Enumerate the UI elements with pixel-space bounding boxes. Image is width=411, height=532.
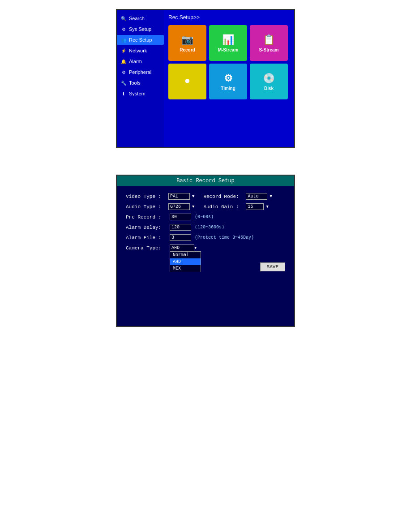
tile-icon-timing: ⚙ — [224, 73, 233, 84]
video-type-label: Video Type : — [126, 194, 166, 199]
dialog-body: Video Type : ▼ Record Mode: ▼ Audio Type… — [117, 186, 294, 282]
sidebar-item-rec-setup[interactable]: 👥Rec Setup — [117, 35, 164, 45]
video-type-group: Video Type : ▼ — [126, 193, 194, 200]
pre-record-hint: (0~60s) — [195, 215, 214, 219]
audio-type-input[interactable] — [168, 203, 190, 210]
rec-setup-icon: 👥 — [120, 38, 127, 43]
audio-gain-group: Audio Gain : ▼ — [203, 203, 268, 210]
row-audio: Audio Type : ▼ Audio Gain : ▼ — [126, 203, 285, 210]
tile-mstream[interactable]: 📊M-Stream — [209, 25, 247, 61]
alarm-file-input[interactable] — [170, 234, 191, 241]
tile-record[interactable]: 📷Record — [168, 25, 206, 61]
alarm-delay-hint: (120~3600s) — [195, 225, 224, 230]
sidebar-label-sys-setup: Sys Setup — [129, 26, 151, 32]
dialog-title: Basic Record Setup — [117, 176, 294, 186]
tile-extra[interactable]: ● — [168, 64, 206, 99]
camera-type-menu: Normal AHD MIX — [170, 251, 201, 272]
tile-sstream[interactable]: 📋S-Stream — [250, 25, 288, 61]
tile-label-record: Record — [180, 47, 195, 52]
audio-gain-input[interactable] — [246, 203, 264, 210]
record-mode-input[interactable] — [246, 193, 267, 200]
audio-type-group: Audio Type : ▼ — [126, 203, 194, 210]
row-video-record: Video Type : ▼ Record Mode: ▼ — [126, 193, 285, 200]
tools-icon: 🔧 — [120, 81, 127, 86]
alarm-file-label: Alarm File : — [126, 235, 166, 240]
tile-timing[interactable]: ⚙Timing — [209, 64, 247, 99]
option-normal[interactable]: Normal — [170, 252, 201, 258]
sidebar-label-alarm: Alarm — [129, 59, 142, 64]
row-pre-record: Pre Record : (0~60s) — [126, 214, 285, 220]
save-button[interactable]: SAVE — [260, 262, 285, 271]
sidebar-label-system: System — [129, 91, 146, 96]
sidebar: 🔍Search⚙Sys Setup👥Rec Setup⚡Network🔔Alar… — [117, 10, 164, 147]
sidebar-item-sys-setup[interactable]: ⚙Sys Setup — [117, 24, 164, 34]
sidebar-label-rec-setup: Rec Setup — [129, 37, 152, 43]
option-mix[interactable]: MIX — [170, 265, 201, 272]
top-screen: 🔍Search⚙Sys Setup👥Rec Setup⚡Network🔔Alar… — [116, 9, 295, 148]
sidebar-item-network[interactable]: ⚡Network — [117, 46, 164, 56]
audio-type-arrow[interactable]: ▼ — [192, 205, 194, 209]
tile-icon-sstream: 📋 — [263, 34, 275, 46]
sidebar-label-peripheral: Peripheral — [129, 69, 151, 75]
system-icon: ℹ — [120, 91, 127, 96]
alarm-icon: 🔔 — [120, 59, 127, 64]
page-container: 🔍Search⚙Sys Setup👥Rec Setup⚡Network🔔Alar… — [0, 0, 411, 336]
tile-label-sstream: S-Stream — [259, 47, 279, 52]
peripheral-icon: ⚙ — [120, 70, 127, 75]
sidebar-label-tools: Tools — [129, 80, 141, 86]
row-alarm-delay: Alarm Delay: (120~3600s) — [126, 224, 285, 231]
sidebar-item-system[interactable]: ℹSystem — [117, 89, 164, 99]
record-mode-arrow[interactable]: ▼ — [270, 194, 272, 199]
audio-gain-arrow[interactable]: ▼ — [266, 205, 268, 209]
audio-gain-label: Audio Gain : — [203, 204, 244, 210]
alarm-file-hint: (Protect time 3~45Day) — [195, 235, 254, 240]
sidebar-item-alarm[interactable]: 🔔Alarm — [117, 56, 164, 66]
sys-setup-icon: ⚙ — [120, 27, 127, 32]
camera-type-arrow[interactable]: ▼ — [194, 246, 197, 250]
breadcrumb: Rec Setup>> — [168, 14, 290, 21]
sidebar-label-search: Search — [129, 16, 145, 21]
option-ahd[interactable]: AHD — [170, 258, 201, 265]
video-type-arrow[interactable]: ▼ — [192, 194, 194, 199]
pre-record-label: Pre Record : — [126, 215, 166, 220]
tile-disk[interactable]: 💿Disk — [250, 64, 288, 99]
row-camera-type: Camera Type: ▼ Normal AHD MIX SAVE — [126, 245, 285, 271]
sidebar-item-search[interactable]: 🔍Search — [117, 13, 164, 23]
video-type-input[interactable] — [168, 193, 190, 200]
main-area: Rec Setup>> 📷Record📊M-Stream📋S-Stream●⚙T… — [164, 10, 294, 147]
tile-icon-record: 📷 — [181, 34, 193, 46]
tile-label-timing: Timing — [221, 86, 235, 91]
alarm-delay-label: Alarm Delay: — [126, 225, 166, 230]
camera-type-input[interactable] — [170, 245, 194, 251]
sidebar-label-network: Network — [129, 48, 147, 53]
network-icon: ⚡ — [120, 48, 127, 53]
tile-icon-extra: ● — [184, 75, 190, 86]
sidebar-item-peripheral[interactable]: ⚙Peripheral — [117, 67, 164, 77]
camera-type-label: Camera Type: — [126, 245, 166, 251]
tile-icon-disk: 💿 — [263, 73, 275, 84]
pre-record-input[interactable] — [170, 214, 191, 220]
sidebar-item-tools[interactable]: 🔧Tools — [117, 78, 164, 88]
tile-label-disk: Disk — [264, 86, 274, 91]
search-icon: 🔍 — [120, 16, 127, 21]
row-alarm-file: Alarm File : (Protect time 3~45Day) — [126, 234, 285, 241]
alarm-delay-input[interactable] — [170, 224, 191, 231]
bottom-screen: Basic Record Setup Video Type : ▼ Record… — [116, 175, 295, 327]
tile-grid: 📷Record📊M-Stream📋S-Stream●⚙Timing💿Disk — [168, 25, 290, 99]
tile-label-mstream: M-Stream — [218, 47, 239, 52]
tile-icon-mstream: 📊 — [222, 34, 234, 46]
camera-type-dropdown[interactable]: ▼ Normal AHD MIX — [170, 245, 197, 251]
record-mode-label: Record Mode: — [203, 194, 244, 199]
audio-type-label: Audio Type : — [126, 204, 166, 210]
record-mode-group: Record Mode: ▼ — [203, 193, 272, 200]
